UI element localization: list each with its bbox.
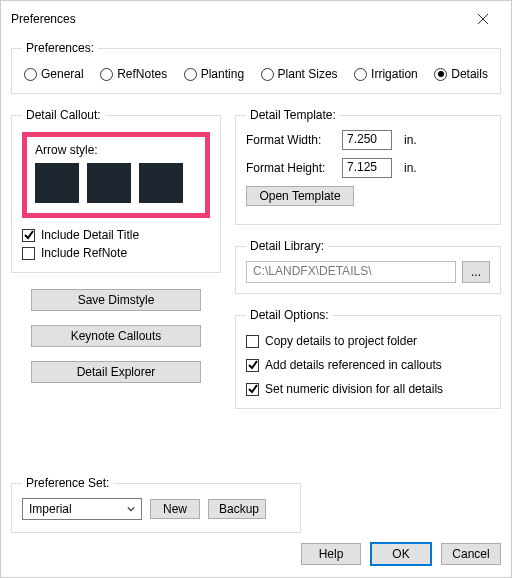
dialog-footer-buttons: Help OK Cancel <box>301 543 501 565</box>
window-title: Preferences <box>11 12 76 26</box>
radio-label: Plant Sizes <box>278 67 338 81</box>
add-ref-checkbox[interactable] <box>246 359 259 372</box>
close-button[interactable] <box>465 7 501 31</box>
browse-library-button[interactable]: ... <box>462 261 490 283</box>
preferences-section: Preferences: General RefNotes Planting P… <box>11 41 501 94</box>
numeric-division-checkbox[interactable] <box>246 383 259 396</box>
ok-button[interactable]: OK <box>371 543 431 565</box>
include-refnote-checkbox[interactable] <box>22 247 35 260</box>
radio-general[interactable]: General <box>24 67 84 81</box>
numeric-division-label: Set numeric division for all details <box>265 382 443 396</box>
preference-set-value: Imperial <box>29 502 72 516</box>
section-radios: General RefNotes Planting Plant Sizes Ir… <box>22 63 490 83</box>
preference-set-combo[interactable]: Imperial <box>22 498 142 520</box>
detail-library-legend: Detail Library: <box>246 239 328 253</box>
radio-refnotes[interactable]: RefNotes <box>100 67 167 81</box>
format-height-input[interactable]: 7.125 <box>342 158 392 178</box>
detail-template-group: Detail Template: Format Width: 7.250 in.… <box>235 108 501 225</box>
copy-details-checkbox[interactable] <box>246 335 259 348</box>
radio-label: General <box>41 67 84 81</box>
format-width-label: Format Width: <box>246 133 334 147</box>
help-button[interactable]: Help <box>301 543 361 565</box>
library-path-input[interactable]: C:\LANDFX\DETAILS\ <box>246 261 456 283</box>
add-ref-label: Add details referenced in callouts <box>265 358 442 372</box>
detail-callout-legend: Detail Callout: <box>22 108 105 122</box>
radio-label: RefNotes <box>117 67 167 81</box>
preferences-window: Preferences Preferences: General RefNote… <box>0 0 512 578</box>
cancel-button[interactable]: Cancel <box>441 543 501 565</box>
keynote-callouts-button[interactable]: Keynote Callouts <box>31 325 201 347</box>
copy-details-label: Copy details to project folder <box>265 334 417 348</box>
arrow-style-option-3[interactable] <box>139 163 183 203</box>
detail-options-legend: Detail Options: <box>246 308 333 322</box>
arrow-style-swatches <box>35 163 197 203</box>
radio-label: Irrigation <box>371 67 418 81</box>
radio-planting[interactable]: Planting <box>184 67 244 81</box>
radio-details[interactable]: Details <box>434 67 488 81</box>
detail-explorer-button[interactable]: Detail Explorer <box>31 361 201 383</box>
preferences-legend: Preferences: <box>22 41 98 55</box>
detail-options-group: Detail Options: Copy details to project … <box>235 308 501 409</box>
radio-irrigation[interactable]: Irrigation <box>354 67 418 81</box>
arrow-style-option-1[interactable] <box>35 163 79 203</box>
dialog-body: Preferences: General RefNotes Planting P… <box>1 37 511 577</box>
save-dimstyle-button[interactable]: Save Dimstyle <box>31 289 201 311</box>
open-template-button[interactable]: Open Template <box>246 186 354 206</box>
detail-callout-group: Detail Callout: Arrow style: Include Det… <box>11 108 221 273</box>
chevron-down-icon <box>125 505 137 513</box>
titlebar: Preferences <box>1 1 511 37</box>
width-unit: in. <box>404 133 417 147</box>
arrow-style-label: Arrow style: <box>35 143 197 157</box>
include-title-checkbox[interactable] <box>22 229 35 242</box>
backup-prefset-button[interactable]: Backup <box>208 499 266 519</box>
arrow-style-option-2[interactable] <box>87 163 131 203</box>
height-unit: in. <box>404 161 417 175</box>
preference-set-legend: Preference Set: <box>22 476 113 490</box>
close-icon <box>478 14 488 24</box>
include-title-label: Include Detail Title <box>41 228 139 242</box>
preference-set-group: Preference Set: Imperial New Backup <box>11 476 301 533</box>
format-width-input[interactable]: 7.250 <box>342 130 392 150</box>
radio-label: Planting <box>201 67 244 81</box>
format-height-label: Format Height: <box>246 161 334 175</box>
new-prefset-button[interactable]: New <box>150 499 200 519</box>
radio-label: Details <box>451 67 488 81</box>
detail-template-legend: Detail Template: <box>246 108 340 122</box>
arrow-style-highlight: Arrow style: <box>22 132 210 218</box>
detail-library-group: Detail Library: C:\LANDFX\DETAILS\ ... <box>235 239 501 294</box>
ellipsis-icon: ... <box>471 265 481 279</box>
radio-plant-sizes[interactable]: Plant Sizes <box>261 67 338 81</box>
include-refnote-label: Include RefNote <box>41 246 127 260</box>
